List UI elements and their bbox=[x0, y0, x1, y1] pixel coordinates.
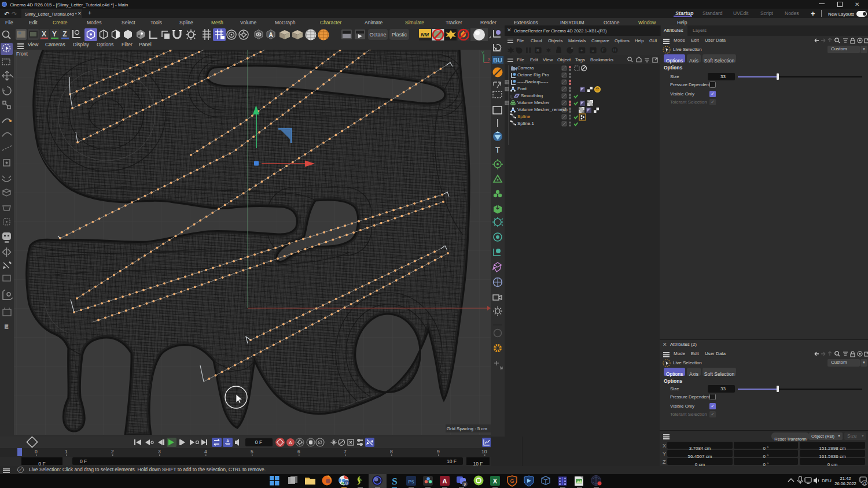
svg-text:0: 0 bbox=[35, 449, 38, 454]
svg-text:3: 3 bbox=[158, 449, 161, 454]
svg-text:6: 6 bbox=[297, 449, 300, 454]
svg-text:9: 9 bbox=[464, 482, 466, 486]
svg-text:8: 8 bbox=[390, 449, 393, 454]
svg-text:7: 7 bbox=[344, 449, 347, 454]
svg-text:E: E bbox=[5, 324, 8, 330]
svg-text:Front: Front bbox=[16, 51, 28, 57]
svg-text:Plastic: Plastic bbox=[392, 32, 407, 38]
svg-text:R: R bbox=[536, 49, 539, 53]
svg-text:X: X bbox=[42, 30, 46, 38]
svg-text:A: A bbox=[226, 439, 229, 443]
svg-text:B: B bbox=[345, 481, 348, 485]
svg-text:Octane: Octane bbox=[369, 32, 386, 38]
svg-text:10: 10 bbox=[481, 449, 487, 454]
svg-text:BU: BU bbox=[493, 57, 502, 64]
svg-text:2: 2 bbox=[111, 449, 114, 454]
svg-text:o: o bbox=[592, 49, 594, 53]
svg-text:X: X bbox=[493, 478, 498, 485]
svg-text:4: 4 bbox=[204, 449, 207, 454]
svg-text:NM: NM bbox=[421, 32, 429, 38]
svg-text:F: F bbox=[602, 48, 605, 52]
svg-text:+: + bbox=[580, 48, 583, 53]
svg-text:21:42: 21:42 bbox=[840, 476, 851, 481]
svg-text:26.06.2022: 26.06.2022 bbox=[834, 481, 856, 486]
svg-text:9: 9 bbox=[437, 449, 440, 454]
svg-text:A: A bbox=[289, 440, 292, 445]
svg-text:A: A bbox=[269, 32, 273, 38]
svg-text:DEU: DEU bbox=[822, 478, 832, 483]
svg-text:H: H bbox=[613, 48, 616, 52]
svg-text:Y: Y bbox=[481, 51, 484, 55]
svg-text:S: S bbox=[392, 476, 397, 487]
svg-text:G: G bbox=[510, 478, 514, 484]
svg-text:Y: Y bbox=[52, 30, 57, 38]
svg-text:Ps: Ps bbox=[409, 479, 414, 485]
svg-text:1: 1 bbox=[65, 449, 68, 454]
svg-text:T: T bbox=[495, 146, 500, 154]
svg-text:Grid Spacing : 5 cm: Grid Spacing : 5 cm bbox=[447, 426, 488, 431]
svg-text:A: A bbox=[443, 478, 447, 485]
svg-text:5: 5 bbox=[251, 449, 253, 454]
svg-text:Z: Z bbox=[62, 30, 67, 38]
svg-text:0 F: 0 F bbox=[255, 439, 262, 445]
